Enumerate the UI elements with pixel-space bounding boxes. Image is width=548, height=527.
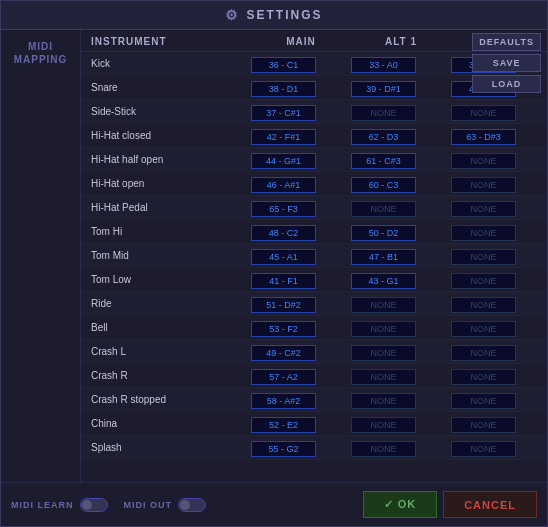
- midi-learn-label: MIDI LEARN: [11, 500, 74, 510]
- midi-badge[interactable]: 48 - C2: [251, 225, 316, 241]
- table-row: Hi-Hat open46 - A#160 - C3NONE: [81, 172, 547, 196]
- midi-badge[interactable]: 65 - F3: [251, 201, 316, 217]
- midi-badge[interactable]: 33 - A0: [351, 57, 416, 73]
- midi-badge[interactable]: NONE: [451, 441, 516, 457]
- midi-badge[interactable]: 44 - G#1: [251, 153, 316, 169]
- midi-badge[interactable]: 45 - A1: [251, 249, 316, 265]
- midi-out-toggle[interactable]: [178, 498, 206, 512]
- midi-badge[interactable]: NONE: [351, 441, 416, 457]
- instrument-name: Crash L: [91, 346, 251, 357]
- midi-badge[interactable]: 62 - D3: [351, 129, 416, 145]
- settings-window: ⚙ SETTINGS DEFAULTS SAVE LOAD MIDIMAPPIN…: [0, 0, 548, 527]
- midi-badge[interactable]: 61 - C#3: [351, 153, 416, 169]
- table-row: Ride51 - D#2NONENONE: [81, 292, 547, 316]
- footer-buttons: ✓ OK CANCEL: [363, 491, 537, 518]
- instrument-name: Tom Mid: [91, 250, 251, 261]
- save-button[interactable]: SAVE: [472, 54, 541, 72]
- table-row: Tom Hi48 - C250 - D2NONE: [81, 220, 547, 244]
- instrument-name: Hi-Hat Pedal: [91, 202, 251, 213]
- gear-icon: ⚙: [225, 7, 240, 23]
- left-panel: MIDIMAPPING: [1, 30, 81, 482]
- midi-badge[interactable]: 43 - G1: [351, 273, 416, 289]
- midi-badge[interactable]: 42 - F#1: [251, 129, 316, 145]
- midi-badge[interactable]: 52 - E2: [251, 417, 316, 433]
- midi-badge[interactable]: 37 - C#1: [251, 105, 316, 121]
- midi-badge[interactable]: 60 - C3: [351, 177, 416, 193]
- midi-badge[interactable]: NONE: [351, 321, 416, 337]
- instrument-name: Kick: [91, 58, 251, 69]
- midi-mapping-label: MIDIMAPPING: [14, 40, 68, 66]
- col-alt1: ALT 1: [351, 36, 451, 47]
- midi-badge[interactable]: 58 - A#2: [251, 393, 316, 409]
- midi-badge[interactable]: NONE: [351, 345, 416, 361]
- table-row: Hi-Hat closed42 - F#162 - D363 - D#3: [81, 124, 547, 148]
- table-row: Tom Mid45 - A147 - B1NONE: [81, 244, 547, 268]
- midi-badge[interactable]: NONE: [451, 321, 516, 337]
- midi-badge[interactable]: 49 - C#2: [251, 345, 316, 361]
- table-row: Tom Low41 - F143 - G1NONE: [81, 268, 547, 292]
- midi-badge[interactable]: NONE: [351, 105, 416, 121]
- midi-badge[interactable]: NONE: [451, 201, 516, 217]
- midi-out-group: MIDI OUT: [124, 498, 207, 512]
- midi-out-knob: [180, 500, 190, 510]
- midi-out-label: MIDI OUT: [124, 500, 173, 510]
- table-row: Splash55 - G2NONENONE: [81, 436, 547, 460]
- midi-badge[interactable]: NONE: [451, 249, 516, 265]
- col-main: MAIN: [251, 36, 351, 47]
- table-row: Side-Stick37 - C#1NONENONE: [81, 100, 547, 124]
- midi-badge[interactable]: 36 - C1: [251, 57, 316, 73]
- instrument-name: Side-Stick: [91, 106, 251, 117]
- table-row: China52 - E2NONENONE: [81, 412, 547, 436]
- midi-badge[interactable]: 46 - A#1: [251, 177, 316, 193]
- title-bar: ⚙ SETTINGS: [1, 1, 547, 30]
- midi-badge[interactable]: NONE: [451, 369, 516, 385]
- midi-badge[interactable]: NONE: [451, 393, 516, 409]
- midi-badge[interactable]: NONE: [351, 201, 416, 217]
- instrument-name: Splash: [91, 442, 251, 453]
- midi-badge[interactable]: NONE: [351, 417, 416, 433]
- load-button[interactable]: LOAD: [472, 75, 541, 93]
- instrument-name: Ride: [91, 298, 251, 309]
- midi-badge[interactable]: NONE: [451, 225, 516, 241]
- footer: MIDI LEARN MIDI OUT ✓ OK CANCEL: [1, 482, 547, 526]
- defaults-button[interactable]: DEFAULTS: [472, 33, 541, 51]
- instrument-name: Hi-Hat open: [91, 178, 251, 189]
- midi-badge[interactable]: 57 - A2: [251, 369, 316, 385]
- midi-badge[interactable]: NONE: [351, 297, 416, 313]
- ok-button[interactable]: ✓ OK: [363, 491, 438, 518]
- instrument-name: Crash R: [91, 370, 251, 381]
- midi-badge[interactable]: 63 - D#3: [451, 129, 516, 145]
- midi-badge[interactable]: NONE: [451, 105, 516, 121]
- midi-badge[interactable]: NONE: [351, 393, 416, 409]
- midi-badge[interactable]: 55 - G2: [251, 441, 316, 457]
- table-body: Kick36 - C133 - A035 - B0Snare38 - D139 …: [81, 52, 547, 482]
- midi-learn-group: MIDI LEARN: [11, 498, 108, 512]
- instrument-name: Tom Hi: [91, 226, 251, 237]
- instrument-name: Tom Low: [91, 274, 251, 285]
- midi-badge[interactable]: 51 - D#2: [251, 297, 316, 313]
- instrument-name: Snare: [91, 82, 251, 93]
- midi-badge[interactable]: NONE: [451, 417, 516, 433]
- cancel-button[interactable]: CANCEL: [443, 491, 537, 518]
- table-row: Hi-Hat Pedal65 - F3NONENONE: [81, 196, 547, 220]
- midi-badge[interactable]: NONE: [451, 273, 516, 289]
- table-row: Crash L49 - C#2NONENONE: [81, 340, 547, 364]
- midi-badge[interactable]: 39 - D#1: [351, 81, 416, 97]
- midi-badge[interactable]: 50 - D2: [351, 225, 416, 241]
- midi-badge[interactable]: 41 - F1: [251, 273, 316, 289]
- instrument-name: Crash R stopped: [91, 394, 251, 405]
- midi-badge[interactable]: NONE: [351, 369, 416, 385]
- midi-badge[interactable]: NONE: [451, 177, 516, 193]
- midi-badge[interactable]: NONE: [451, 153, 516, 169]
- midi-badge[interactable]: 38 - D1: [251, 81, 316, 97]
- table-row: Crash R stopped58 - A#2NONENONE: [81, 388, 547, 412]
- right-buttons: DEFAULTS SAVE LOAD: [472, 33, 541, 93]
- midi-badge[interactable]: NONE: [451, 297, 516, 313]
- midi-learn-toggle[interactable]: [80, 498, 108, 512]
- main-panel: INSTRUMENT MAIN ALT 1 ALT2 Kick36 - C133…: [81, 30, 547, 482]
- instrument-name: Bell: [91, 322, 251, 333]
- midi-badge[interactable]: 53 - F2: [251, 321, 316, 337]
- table-row: Bell53 - F2NONENONE: [81, 316, 547, 340]
- midi-badge[interactable]: 47 - B1: [351, 249, 416, 265]
- midi-badge[interactable]: NONE: [451, 345, 516, 361]
